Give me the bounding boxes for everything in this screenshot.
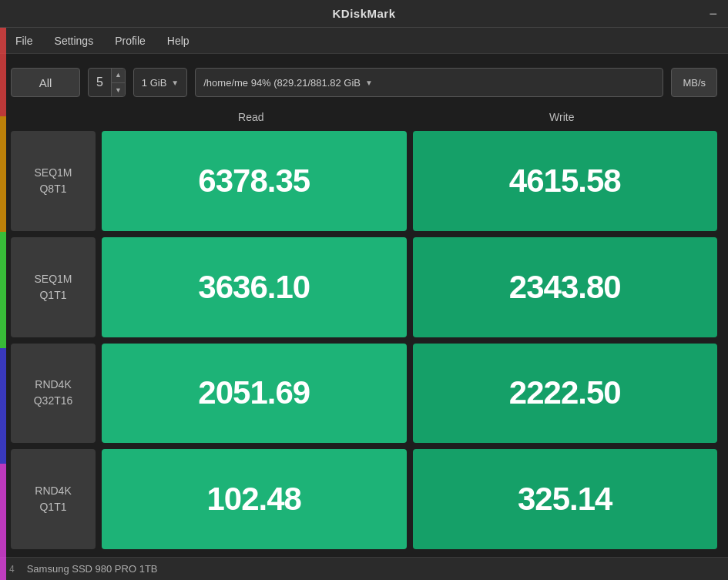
spinner-down[interactable]: ▼ (112, 83, 125, 98)
seq1m-q8t1-label: SEQ1M Q8T1 (11, 131, 96, 231)
write-col-header: Write (407, 111, 718, 123)
menu-file[interactable]: File (6, 32, 42, 50)
statusbar: 4 Samsung SSD 980 PRO 1TB (0, 557, 728, 580)
size-dropdown[interactable]: 1 GiB ▼ (133, 68, 187, 97)
table-row: RND4K Q1T1 102.48 325.14 (11, 449, 717, 549)
runs-value: 5 (89, 75, 111, 89)
size-dropdown-arrow: ▼ (171, 79, 179, 87)
label-col-header (11, 111, 96, 123)
seq1m-q1t1-label: SEQ1M Q1T1 (11, 237, 96, 337)
rnd4k-q32t16-write: 2222.50 (413, 344, 718, 444)
main-content: All 5 ▲ ▼ 1 GiB ▼ /home/me 94% (829.21/8… (0, 54, 728, 557)
rnd4k-q1t1-read: 102.48 (102, 449, 407, 549)
rnd4k-q1t1-label: RND4K Q1T1 (11, 449, 96, 549)
table-row: RND4K Q32T16 2051.69 2222.50 (11, 344, 717, 444)
seq1m-q8t1-write: 4615.58 (413, 131, 718, 231)
side-accent (0, 0, 6, 580)
all-button[interactable]: All (11, 68, 80, 97)
spinner-arrows: ▲ ▼ (111, 68, 125, 97)
rnd4k-q32t16-label: RND4K Q32T16 (11, 344, 96, 444)
status-number: 4 (9, 564, 15, 575)
path-dropdown-arrow: ▼ (365, 79, 373, 87)
size-label: 1 GiB (142, 77, 167, 89)
minimize-button[interactable]: − (709, 7, 717, 21)
table-row: SEQ1M Q1T1 3636.10 2343.80 (11, 237, 717, 337)
menu-settings[interactable]: Settings (45, 32, 103, 50)
spinner-up[interactable]: ▲ (112, 68, 125, 83)
path-label: /home/me 94% (829.21/881.82 GiB (203, 77, 361, 89)
titlebar: KDiskMark − (0, 0, 728, 28)
seq1m-q1t1-write: 2343.80 (413, 237, 718, 337)
path-dropdown[interactable]: /home/me 94% (829.21/881.82 GiB ▼ (195, 68, 663, 97)
benchmark-rows: SEQ1M Q8T1 6378.35 4615.58 SEQ1M Q1T1 36… (11, 131, 717, 549)
table-row: SEQ1M Q8T1 6378.35 4615.58 (11, 131, 717, 231)
column-headers: Read Write (11, 111, 717, 123)
app-title: KDiskMark (332, 7, 395, 20)
seq1m-q1t1-read: 3636.10 (102, 237, 407, 337)
menu-profile[interactable]: Profile (106, 32, 155, 50)
read-col-header: Read (96, 111, 407, 123)
rnd4k-q32t16-read: 2051.69 (102, 344, 407, 444)
status-device: Samsung SSD 980 PRO 1TB (27, 563, 158, 575)
units-button[interactable]: MB/s (671, 68, 717, 97)
controls-row: All 5 ▲ ▼ 1 GiB ▼ /home/me 94% (829.21/8… (11, 65, 717, 100)
menu-help[interactable]: Help (158, 32, 199, 50)
menubar: File Settings Profile Help (0, 28, 728, 54)
rnd4k-q1t1-write: 325.14 (413, 449, 718, 549)
runs-spinner: 5 ▲ ▼ (88, 68, 126, 97)
seq1m-q8t1-read: 6378.35 (102, 131, 407, 231)
